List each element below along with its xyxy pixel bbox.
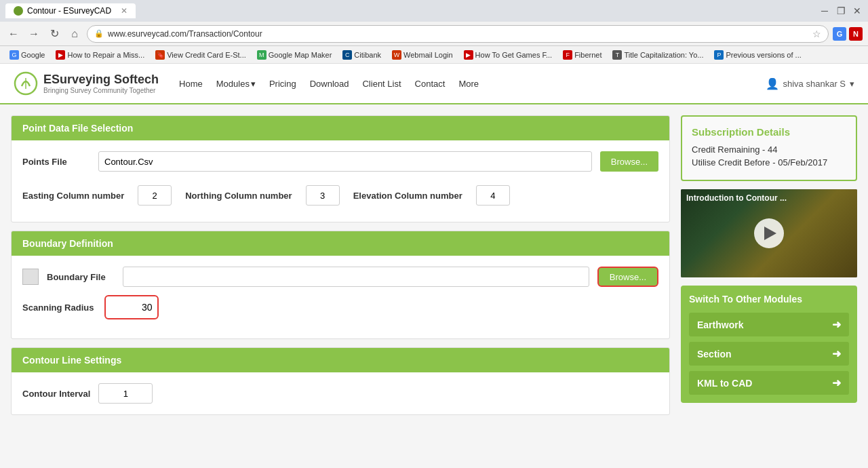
close-icon[interactable]: ✕ [852, 5, 863, 16]
boundary-body: Boundary File Browse... Scanning Radius [12, 256, 669, 338]
google-ext-icon[interactable]: G [833, 27, 846, 41]
northing-input[interactable] [306, 185, 340, 206]
address-bar[interactable]: 🔒 www.esurveycad.com/Transaction/Contour… [87, 25, 829, 43]
boundary-checkbox[interactable] [22, 269, 39, 285]
logo-area: ESurveying Softech Bringing Survey Commu… [14, 71, 159, 96]
nav-contact[interactable]: Contact [415, 79, 446, 89]
kml-to-cad-module-button[interactable]: KML to CAD ➜ [689, 371, 849, 395]
restore-icon[interactable]: ❐ [835, 5, 846, 16]
boundary-header: Boundary Definition [12, 231, 669, 256]
scanning-radius-row: Scanning Radius [22, 287, 658, 328]
bookmark-star-icon[interactable]: ☆ [812, 28, 821, 39]
tab-favicon [14, 6, 23, 16]
scanning-radius-input[interactable] [104, 295, 159, 319]
easting-input[interactable] [138, 185, 172, 206]
bookmark-fibernet[interactable]: F Fibernet [559, 50, 606, 60]
section-arrow-icon: ➜ [832, 347, 841, 360]
elevation-label: Elevation Column number [353, 191, 462, 201]
norton-ext-icon[interactable]: N [849, 27, 863, 41]
point-data-header: Point Data File Selection [12, 116, 669, 140]
user-menu[interactable]: 👤 shiva shankar S ▾ [766, 77, 855, 90]
column-numbers-row: Easting Column number Northing Column nu… [22, 180, 658, 211]
logo-tagline: Bringing Survey Community Together [43, 87, 159, 94]
bookmark-mapmaker-label: Google Map Maker [269, 51, 332, 59]
nav-links: Home Modules ▾ Pricing Download Client L… [179, 79, 765, 89]
prevver-bookmark-icon: P [714, 50, 724, 60]
main-content: Point Data File Selection Points File Br… [0, 104, 868, 468]
bookmark-repair-label: How to Repair a Miss... [67, 51, 144, 59]
google-bookmark-icon: G [9, 50, 19, 60]
home-button[interactable]: ⌂ [66, 26, 83, 42]
logo-name: ESurveying Softech [43, 73, 159, 87]
boundary-file-input[interactable] [123, 267, 589, 287]
contour-interval-input[interactable] [98, 383, 153, 404]
video-thumbnail[interactable]: Introduction to Contour ... [681, 189, 857, 277]
contour-interval-label: Contour Interval [22, 389, 90, 399]
bookmark-prevver-label: Previous versions of ... [726, 51, 801, 59]
utilise-label: Utilise Credit Before [692, 157, 770, 168]
site-nav: ESurveying Softech Bringing Survey Commu… [0, 64, 868, 104]
nav-clientlist[interactable]: Client List [362, 79, 401, 89]
bookmark-games[interactable]: ▶ How To Get Games F... [460, 50, 557, 60]
logo-text: ESurveying Softech Bringing Survey Commu… [43, 73, 159, 94]
boundary-file-row: Boundary File Browse... [22, 267, 658, 287]
credit-label: Credit Remaining [692, 144, 760, 155]
user-icon: 👤 [766, 77, 779, 90]
bookmark-prevver[interactable]: P Previous versions of ... [710, 50, 805, 60]
points-file-input[interactable] [98, 151, 592, 172]
bookmark-citibank[interactable]: C Citibank [338, 50, 385, 60]
nav-home[interactable]: Home [179, 79, 203, 89]
subscription-panel: Subscription Details Credit Remaining - … [681, 115, 857, 181]
browser-chrome: Contour - ESurveyCAD ✕ ─ ❐ ✕ ← → ↻ ⌂ 🔒 w… [0, 0, 868, 64]
points-file-browse-button[interactable]: Browse... [600, 151, 658, 172]
back-button[interactable]: ← [5, 26, 22, 42]
citibank-bookmark-icon: C [342, 50, 352, 60]
contour-panel: Contour Line Settings Contour Interval [11, 347, 670, 415]
browser-tab[interactable]: Contour - ESurveyCAD ✕ [5, 3, 136, 18]
section-module-button[interactable]: Section ➜ [689, 342, 849, 366]
username-label: shiva shankar S [783, 79, 846, 89]
games-bookmark-icon: ▶ [464, 50, 473, 60]
tab-close-icon[interactable]: ✕ [121, 6, 127, 16]
bookmark-fibernet-label: Fibernet [574, 51, 601, 59]
elevation-input[interactable] [476, 185, 510, 206]
webmail-bookmark-icon: W [392, 50, 401, 60]
nav-pricing[interactable]: Pricing [269, 79, 296, 89]
point-data-body: Points File Browse... Easting Column num… [12, 140, 669, 222]
browser-toolbar: ← → ↻ ⌂ 🔒 www.esurveycad.com/Transaction… [0, 22, 868, 46]
nav-more[interactable]: More [458, 79, 479, 89]
bookmarks-bar: G Google ▶ How to Repair a Miss... 🔖 Vie… [0, 46, 868, 64]
nav-modules[interactable]: Modules ▾ [216, 79, 256, 89]
subscription-title: Subscription Details [692, 126, 846, 138]
creditcard-bookmark-icon: 🔖 [155, 50, 165, 60]
nav-download[interactable]: Download [310, 79, 349, 89]
earthwork-module-button[interactable]: Earthwork ➜ [689, 313, 849, 336]
bookmark-creditcard[interactable]: 🔖 View Credit Card E-St... [151, 50, 250, 60]
browser-extensions: G N [833, 27, 863, 41]
repair-bookmark-icon: ▶ [56, 50, 65, 60]
bookmark-titlecap[interactable]: T Title Capitalization: Yo... [608, 50, 707, 60]
bookmark-repair[interactable]: ▶ How to Repair a Miss... [52, 50, 149, 60]
point-data-panel: Point Data File Selection Points File Br… [11, 115, 670, 222]
bookmark-google[interactable]: G Google [5, 50, 49, 60]
page-wrapper: ESurveying Softech Bringing Survey Commu… [0, 64, 868, 468]
browser-titlebar: Contour - ESurveyCAD ✕ ─ ❐ ✕ [0, 0, 868, 22]
points-file-row: Points File Browse... [22, 151, 658, 172]
reload-button[interactable]: ↻ [46, 26, 62, 42]
switch-modules-title: Switch To Other Modules [689, 294, 849, 305]
boundary-panel: Boundary Definition Boundary File Browse… [11, 231, 670, 339]
boundary-file-browse-button[interactable]: Browse... [597, 267, 658, 287]
scanning-radius-label: Scanning Radius [22, 303, 94, 313]
bookmark-webmail-label: Webmail Login [403, 51, 453, 59]
video-play-button[interactable] [754, 218, 784, 248]
left-panel: Point Data File Selection Points File Br… [11, 115, 670, 457]
points-file-label: Points File [22, 157, 90, 167]
bookmark-webmail[interactable]: W Webmail Login [388, 50, 457, 60]
switch-modules-panel: Switch To Other Modules Earthwork ➜ Sect… [681, 286, 857, 403]
play-triangle-icon [764, 227, 776, 240]
forward-button[interactable]: → [26, 26, 42, 42]
minimize-icon[interactable]: ─ [819, 5, 830, 16]
bookmark-mapmaker[interactable]: M Google Map Maker [253, 50, 336, 60]
bookmark-citibank-label: Citibank [354, 51, 381, 59]
contour-header: Contour Line Settings [12, 348, 669, 372]
